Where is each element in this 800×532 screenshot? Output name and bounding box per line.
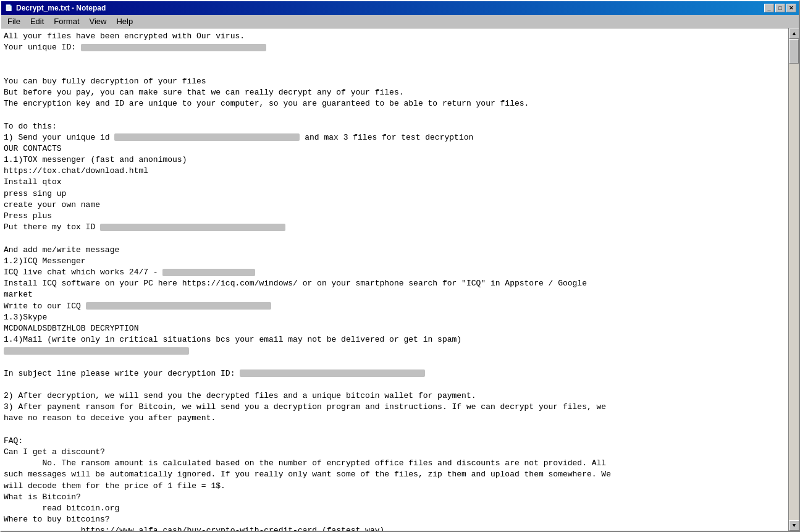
- menu-edit[interactable]: Edit: [25, 15, 49, 27]
- window-controls: _ □ ✕: [764, 4, 796, 12]
- scrollbar-vertical[interactable]: ▲ ▼: [788, 28, 799, 531]
- redacted-id-2: [114, 133, 300, 141]
- text-editor[interactable]: All your files have been encrypted with …: [1, 28, 788, 531]
- scroll-up-button[interactable]: ▲: [789, 28, 799, 39]
- maximize-button[interactable]: □: [775, 4, 785, 12]
- scroll-thumb[interactable]: [789, 39, 799, 64]
- notepad-window: 📄 Decrypt_me.txt - Notepad _ □ ✕ File Ed…: [0, 0, 800, 532]
- app-icon: 📄: [4, 3, 14, 13]
- window-title: Decrypt_me.txt - Notepad: [16, 4, 106, 12]
- close-button[interactable]: ✕: [786, 4, 796, 12]
- title-bar: 📄 Decrypt_me.txt - Notepad _ □ ✕: [1, 1, 799, 15]
- menu-file[interactable]: File: [2, 15, 25, 27]
- redacted-id-1: [81, 44, 266, 51]
- minimize-button[interactable]: _: [764, 4, 774, 12]
- menu-view[interactable]: View: [85, 15, 112, 27]
- redacted-mail: [4, 347, 189, 355]
- redacted-icq-1: [162, 269, 255, 276]
- menu-format[interactable]: Format: [49, 15, 84, 27]
- content-area: All your files have been encrypted with …: [1, 28, 799, 531]
- redacted-icq-2: [86, 302, 271, 310]
- menu-help[interactable]: Help: [111, 15, 138, 27]
- scroll-track[interactable]: [789, 39, 799, 520]
- redacted-decryption-id: [240, 369, 425, 377]
- redacted-tox: [100, 224, 285, 231]
- menu-bar: File Edit Format View Help: [1, 15, 799, 28]
- title-bar-left: 📄 Decrypt_me.txt - Notepad: [4, 3, 106, 13]
- scroll-down-button[interactable]: ▼: [789, 520, 799, 531]
